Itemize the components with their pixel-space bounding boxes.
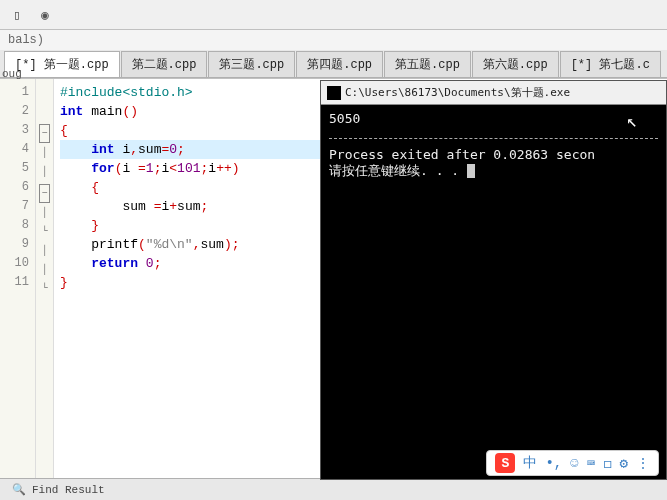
tab-file-3[interactable]: 第三题.cpp bbox=[208, 51, 295, 77]
line-number-gutter: 1 2 3 4 5 6 7 8 9 10 11 bbox=[0, 79, 36, 500]
ime-lang-toggle[interactable]: 中 bbox=[523, 454, 537, 472]
toolbar-icon[interactable]: ◉ bbox=[36, 6, 54, 24]
ime-more-icon[interactable]: ⋮ bbox=[636, 455, 650, 472]
ime-punct-toggle[interactable]: •, bbox=[545, 455, 562, 471]
status-bar: 🔍 Find Result bbox=[0, 478, 667, 500]
ime-settings-icon[interactable]: ⚙ bbox=[620, 455, 628, 472]
tab-file-4[interactable]: 第四题.cpp bbox=[296, 51, 383, 77]
tab-file-6[interactable]: 第六题.cpp bbox=[472, 51, 559, 77]
fold-gutter: − │ │ − │ └ │ │ └ bbox=[36, 79, 54, 500]
console-divider bbox=[329, 138, 658, 139]
ime-emoji-icon[interactable]: ☺ bbox=[570, 455, 578, 471]
console-window[interactable]: C:\Users\86173\Documents\第十题.exe 5050 Pr… bbox=[320, 80, 667, 480]
console-exit-line: Process exited after 0.02863 secon bbox=[329, 147, 658, 162]
ime-voice-icon[interactable]: ◻ bbox=[603, 455, 611, 472]
ime-toolbar[interactable]: S 中 •, ☺ ⌨ ◻ ⚙ ⋮ bbox=[486, 450, 659, 476]
tab-file-7[interactable]: [*] 第七题.c bbox=[560, 51, 661, 77]
toolbar-icon[interactable]: ▯ bbox=[8, 6, 26, 24]
debug-label: oug bbox=[2, 68, 22, 80]
ime-keyboard-icon[interactable]: ⌨ bbox=[587, 455, 595, 472]
console-output: 5050 Process exited after 0.02863 secon … bbox=[321, 105, 666, 186]
toolbar-strip: ▯ ◉ bbox=[0, 0, 667, 30]
console-icon bbox=[327, 86, 341, 100]
cursor-icon bbox=[467, 164, 475, 178]
console-titlebar[interactable]: C:\Users\86173\Documents\第十题.exe bbox=[321, 81, 666, 105]
tab-file-2[interactable]: 第二题.cpp bbox=[121, 51, 208, 77]
console-result: 5050 bbox=[329, 111, 658, 126]
console-press-key: 请按任意键继续. . . bbox=[329, 162, 658, 180]
tab-bar: oug [*] 第一题.cpp 第二题.cpp 第三题.cpp 第四题.cpp … bbox=[0, 50, 667, 78]
sogou-logo-icon[interactable]: S bbox=[495, 453, 515, 473]
globals-indicator: bals) bbox=[0, 30, 667, 50]
find-results-label[interactable]: Find Result bbox=[32, 484, 105, 496]
fold-toggle-icon[interactable]: − bbox=[39, 124, 50, 143]
search-icon: 🔍 bbox=[12, 483, 26, 496]
tab-file-5[interactable]: 第五题.cpp bbox=[384, 51, 471, 77]
fold-toggle-icon[interactable]: − bbox=[39, 184, 50, 203]
console-title-text: C:\Users\86173\Documents\第十题.exe bbox=[345, 85, 570, 100]
globals-text: bals) bbox=[8, 33, 44, 47]
